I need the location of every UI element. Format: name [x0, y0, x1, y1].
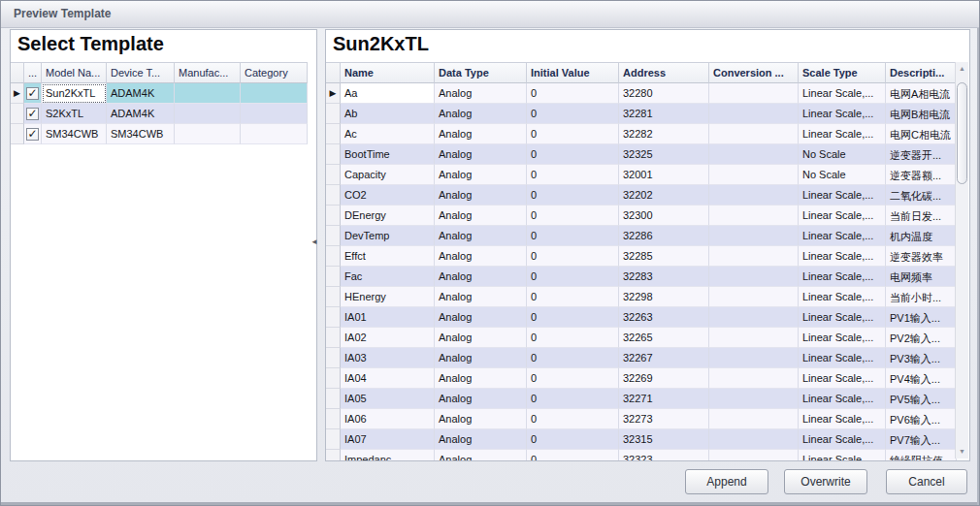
- cell-conversion[interactable]: [709, 185, 799, 206]
- template-row[interactable]: ✓S2KxTLADAM4K: [11, 104, 316, 124]
- row-header-cell[interactable]: [326, 104, 341, 124]
- cell-description[interactable]: PV4输入...: [886, 368, 957, 389]
- cell-data-type[interactable]: Analog: [435, 429, 527, 450]
- column-header-device-type[interactable]: Device T...: [107, 62, 175, 83]
- cell-conversion[interactable]: [709, 450, 799, 461]
- tag-row[interactable]: BootTimeAnalog032325No Scale逆变器开...: [326, 144, 969, 165]
- cell-address[interactable]: 32300: [619, 206, 709, 226]
- row-header-cell[interactable]: [326, 307, 341, 328]
- cell-name[interactable]: IA04: [341, 368, 435, 389]
- cell-name[interactable]: IA03: [341, 348, 435, 368]
- column-header-conversion[interactable]: Conversion ...: [709, 62, 799, 83]
- tag-row[interactable]: IA07Analog032315Linear Scale,...PV7输入...: [326, 429, 969, 450]
- column-header-data-type[interactable]: Data Type: [435, 62, 527, 83]
- cell-address[interactable]: 32269: [619, 368, 709, 389]
- row-header-cell[interactable]: [11, 104, 24, 124]
- cell-description[interactable]: 绝缘阻抗值: [886, 450, 957, 461]
- column-header-manufacturer[interactable]: Manufac...: [175, 62, 241, 83]
- cell-name[interactable]: BootTime: [341, 144, 435, 165]
- cell-description[interactable]: 机内温度: [886, 226, 957, 246]
- cell-description[interactable]: PV2输入...: [886, 328, 957, 348]
- checkbox-cell[interactable]: ✓: [24, 124, 42, 144]
- cell-model-name[interactable]: S2KxTL: [42, 104, 107, 124]
- cell-address[interactable]: 32283: [619, 267, 709, 287]
- cell-description[interactable]: PV3输入...: [886, 348, 957, 368]
- tag-row[interactable]: IA02Analog032265Linear Scale,...PV2输入...: [326, 328, 969, 348]
- cell-description[interactable]: PV5输入...: [886, 389, 957, 409]
- cell-scale-type[interactable]: Linear Scale: [799, 450, 886, 461]
- dialog-titlebar[interactable]: Preview Template: [1, 1, 979, 28]
- row-header-cell[interactable]: ▶: [11, 83, 24, 104]
- cell-initial-value[interactable]: 0: [527, 246, 619, 267]
- cell-conversion[interactable]: [709, 328, 799, 348]
- overwrite-button[interactable]: Overwrite: [784, 469, 867, 494]
- row-header-cell[interactable]: [326, 409, 341, 429]
- cell-name[interactable]: IA02: [341, 328, 435, 348]
- row-header-cell[interactable]: [326, 165, 341, 185]
- cell-conversion[interactable]: [709, 267, 799, 287]
- row-header-cell[interactable]: [326, 206, 341, 226]
- row-header-cell[interactable]: [326, 429, 341, 450]
- cell-category[interactable]: [241, 104, 308, 124]
- cell-device-type[interactable]: ADAM4K: [107, 83, 175, 104]
- cell-category[interactable]: [241, 83, 308, 104]
- cell-name[interactable]: Ab: [341, 104, 435, 124]
- cell-conversion[interactable]: [709, 307, 799, 328]
- cell-name[interactable]: Capacity: [341, 165, 435, 185]
- cell-data-type[interactable]: Analog: [435, 104, 527, 124]
- tag-row[interactable]: AcAnalog032282Linear Scale,...电网C相电流: [326, 124, 969, 144]
- column-header-initial-value[interactable]: Initial Value: [527, 62, 619, 83]
- cell-conversion[interactable]: [709, 165, 799, 185]
- row-header-cell[interactable]: ▶: [326, 83, 341, 104]
- cell-description[interactable]: 当前日发...: [886, 206, 957, 226]
- cell-data-type[interactable]: Analog: [435, 226, 527, 246]
- cell-data-type[interactable]: Analog: [435, 368, 527, 389]
- cell-category[interactable]: [241, 124, 308, 144]
- tag-row[interactable]: ▶AaAnalog032280Linear Scale,...电网A相电流: [326, 83, 969, 104]
- cell-scale-type[interactable]: Linear Scale,...: [799, 226, 886, 246]
- tag-row[interactable]: IA06Analog032273Linear Scale,...PV6输入...: [326, 409, 969, 429]
- cell-data-type[interactable]: Analog: [435, 185, 527, 206]
- cell-conversion[interactable]: [709, 226, 799, 246]
- cell-description[interactable]: 二氧化碳...: [886, 185, 957, 206]
- tag-row[interactable]: AbAnalog032281Linear Scale,...电网B相电流: [326, 104, 969, 124]
- scroll-up-icon[interactable]: ▲: [956, 62, 968, 76]
- row-header-cell[interactable]: [326, 144, 341, 165]
- column-header-address[interactable]: Address: [619, 62, 709, 83]
- checkbox-checked[interactable]: ✓: [26, 128, 39, 141]
- row-header-cell[interactable]: [326, 226, 341, 246]
- cell-scale-type[interactable]: Linear Scale,...: [799, 368, 886, 389]
- cell-name[interactable]: Aa: [341, 83, 435, 104]
- cell-initial-value[interactable]: 0: [527, 185, 619, 206]
- row-header-cell[interactable]: [326, 348, 341, 368]
- cancel-button[interactable]: Cancel: [886, 469, 967, 494]
- cell-description[interactable]: 逆变器效率: [886, 246, 957, 267]
- cell-address[interactable]: 32315: [619, 429, 709, 450]
- cell-model-name[interactable]: SM34CWB: [42, 124, 107, 144]
- cell-initial-value[interactable]: 0: [527, 450, 619, 461]
- cell-device-type[interactable]: SM34CWB: [107, 124, 175, 144]
- tag-row[interactable]: IA03Analog032267Linear Scale,...PV3输入...: [326, 348, 969, 368]
- cell-scale-type[interactable]: Linear Scale,...: [799, 267, 886, 287]
- cell-conversion[interactable]: [709, 246, 799, 267]
- cell-description[interactable]: 电网频率: [886, 267, 957, 287]
- column-header-name[interactable]: Name: [341, 62, 435, 83]
- checkbox-checked[interactable]: ✓: [26, 108, 39, 120]
- cell-data-type[interactable]: Analog: [435, 307, 527, 328]
- cell-address[interactable]: 32280: [619, 83, 709, 104]
- cell-data-type[interactable]: Analog: [435, 389, 527, 409]
- cell-data-type[interactable]: Analog: [435, 267, 527, 287]
- cell-description[interactable]: PV7输入...: [886, 429, 957, 450]
- cell-data-type[interactable]: Analog: [435, 328, 527, 348]
- cell-initial-value[interactable]: 0: [527, 429, 619, 450]
- vertical-scrollbar[interactable]: ▲ ▼: [955, 62, 968, 459]
- cell-initial-value[interactable]: 0: [527, 267, 619, 287]
- tag-row[interactable]: DevTempAnalog032286Linear Scale,...机内温度: [326, 226, 969, 246]
- cell-device-type[interactable]: ADAM4K: [107, 104, 175, 124]
- column-header-check[interactable]: ...: [24, 62, 42, 83]
- row-header-cell[interactable]: [326, 287, 341, 307]
- cell-data-type[interactable]: Analog: [435, 206, 527, 226]
- cell-name[interactable]: DevTemp: [341, 226, 435, 246]
- column-header-description[interactable]: Descripti...: [886, 62, 957, 83]
- cell-description[interactable]: 电网A相电流: [886, 83, 957, 104]
